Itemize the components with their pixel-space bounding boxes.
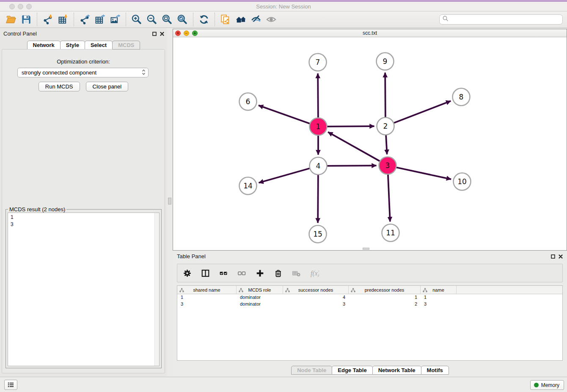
svg-text:3: 3	[385, 161, 390, 170]
delete-table-button	[291, 268, 302, 279]
graph-node-8[interactable]: 8	[453, 88, 470, 106]
svg-text:4: 4	[316, 162, 321, 170]
delete-button[interactable]	[272, 268, 284, 279]
column-header-name[interactable]: name	[421, 286, 457, 294]
tab-mcds[interactable]: MCDS	[112, 41, 140, 50]
graph-node-3[interactable]: 3	[379, 157, 396, 174]
graph-edge-3-10[interactable]	[388, 166, 451, 179]
graph-edge-2-8[interactable]	[385, 101, 451, 126]
save-session-button[interactable]	[19, 13, 34, 26]
table-row[interactable]: 1dominator411	[177, 294, 562, 301]
select-all-button[interactable]	[218, 268, 229, 279]
tab-network[interactable]: Network	[27, 41, 61, 50]
toolbar-separator	[37, 13, 37, 26]
window-zoom-button[interactable]: +	[192, 30, 198, 36]
column-type-icon	[239, 288, 243, 293]
control-panel-float-button[interactable]	[152, 31, 157, 37]
app-titlebar: Session: New Session	[0, 2, 567, 11]
svg-text:1: 1	[316, 122, 321, 131]
app-minimize-button[interactable]	[18, 4, 23, 9]
column-header-label: MCDS role	[248, 287, 271, 293]
tab-motifs[interactable]: Motifs	[421, 366, 449, 375]
graph-node-7[interactable]: 7	[309, 54, 327, 71]
network-canvas[interactable]: 7968124314101511	[173, 37, 567, 250]
splitter-grip[interactable]	[168, 198, 171, 204]
svg-text:6: 6	[246, 97, 250, 106]
mcds-result-area[interactable]: 13	[8, 213, 160, 366]
memory-button[interactable]: Memory	[530, 380, 564, 390]
control-panel-tabs: NetworkStyleSelectMCDS	[0, 41, 167, 50]
graph-node-1[interactable]: 1	[310, 118, 327, 135]
export-image-button[interactable]	[107, 13, 123, 26]
tab-select[interactable]: Select	[85, 41, 113, 50]
control-panel-title: Control Panel	[3, 30, 37, 37]
run-mcds-button[interactable]: Run MCDS	[39, 82, 80, 91]
control-panel-close-button[interactable]	[160, 31, 164, 37]
graph-node-15[interactable]: 15	[309, 226, 327, 243]
window-close-button[interactable]: ×	[175, 30, 181, 36]
export-network-button[interactable]	[77, 13, 92, 26]
show-visual-style-button	[264, 13, 279, 26]
add-button[interactable]	[254, 268, 265, 279]
close-panel-button[interactable]: Close panel	[86, 82, 129, 91]
toggle-column-display-button[interactable]	[200, 268, 211, 279]
column-header-predecessor-nodes[interactable]: predecessor nodes	[349, 286, 421, 294]
graph-node-9[interactable]: 9	[377, 53, 394, 70]
refresh-button[interactable]	[196, 13, 212, 26]
export-image-icon	[110, 14, 121, 25]
app-zoom-button[interactable]	[26, 4, 32, 9]
zoom-in-button[interactable]	[129, 13, 144, 26]
tab-network-table[interactable]: Network Table	[372, 366, 421, 375]
search-input[interactable]	[449, 16, 562, 23]
home-button[interactable]	[233, 13, 248, 26]
optimization-criterion-label: Optimization criterion:	[2, 58, 165, 65]
zoom-fit-button[interactable]	[160, 13, 175, 26]
tab-node-table[interactable]: Node Table	[291, 366, 332, 375]
tab-style[interactable]: Style	[60, 41, 85, 50]
table-row[interactable]: 3dominator323	[177, 301, 562, 308]
search-icon	[442, 15, 449, 24]
graph-edge-3-1[interactable]	[328, 132, 388, 166]
node-table[interactable]: shared nameMCDS rolesuccessor nodesprede…	[177, 285, 563, 361]
graph-node-2[interactable]: 2	[377, 118, 394, 135]
canvas-splitter-grip[interactable]	[363, 248, 369, 250]
duplicate-network-button[interactable]	[218, 13, 233, 26]
column-type-icon	[351, 288, 355, 293]
column-settings-button[interactable]	[182, 268, 193, 279]
tab-edge-table[interactable]: Edge Table	[332, 366, 372, 375]
hide-visual-style-button[interactable]	[248, 13, 264, 26]
graph-edge-4-14[interactable]	[259, 166, 318, 183]
export-table-button[interactable]	[92, 13, 107, 26]
import-table-icon	[58, 14, 69, 25]
graph-node-4[interactable]: 4	[310, 157, 327, 175]
delete-icon	[274, 269, 283, 278]
zoom-out-button[interactable]	[144, 13, 160, 26]
zoom-selected-icon	[177, 14, 188, 25]
network-window-titlebar[interactable]: × − + scc.txt	[173, 29, 567, 37]
result-scrollbar[interactable]	[154, 213, 159, 366]
column-header-shared-name[interactable]: shared name	[177, 286, 237, 294]
home-icon	[235, 14, 246, 25]
open-file-button[interactable]	[3, 13, 19, 26]
deselect-all-button[interactable]	[236, 268, 247, 279]
zoom-selected-button[interactable]	[175, 13, 190, 26]
column-header-successor-nodes[interactable]: successor nodes	[283, 286, 349, 294]
criterion-select[interactable]: strongly connected component	[17, 68, 149, 77]
toolbar-separator	[215, 13, 215, 26]
graph-node-14[interactable]: 14	[239, 177, 257, 195]
window-minimize-button[interactable]: −	[184, 30, 189, 36]
graph-edge-1-6[interactable]	[259, 105, 318, 127]
vertical-splitter[interactable]	[167, 28, 173, 377]
graph-node-11[interactable]: 11	[382, 224, 399, 242]
memory-button-label: Memory	[541, 382, 559, 388]
import-table-button[interactable]	[55, 13, 71, 26]
graph-node-6[interactable]: 6	[239, 93, 257, 110]
table-panel-float-button[interactable]	[551, 254, 555, 260]
app-close-button[interactable]	[9, 4, 15, 9]
panel-toggle-button[interactable]	[4, 380, 17, 390]
graph-node-10[interactable]: 10	[454, 173, 471, 190]
import-network-button[interactable]	[40, 13, 55, 26]
column-header-MCDS-role[interactable]: MCDS role	[237, 286, 283, 294]
table-panel-close-button[interactable]	[559, 254, 563, 260]
svg-text:8: 8	[459, 93, 464, 101]
